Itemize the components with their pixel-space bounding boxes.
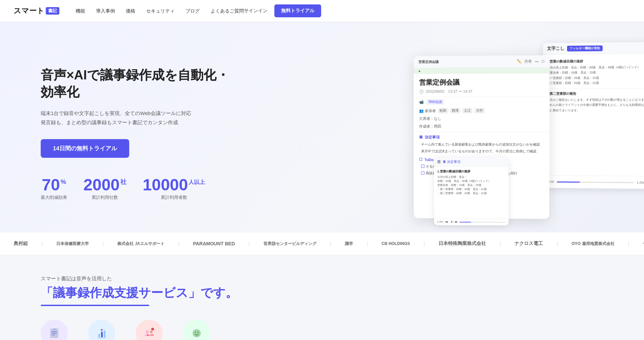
- transcript-divider: [547, 88, 644, 89]
- bottom-section: スマート書記は音声を活用した 「議事録作成支援サービス」です。: [0, 255, 644, 340]
- icon-circle-1: [41, 320, 68, 340]
- icon-circle-2: [88, 320, 115, 340]
- participants-row: 👥 参加者 松田 西澤 入江 大竹: [414, 107, 549, 115]
- logo-badge: 書記: [46, 7, 59, 15]
- meeting-type-badge: Web会議: [427, 99, 444, 105]
- svg-text:!: !: [152, 328, 153, 330]
- meeting-title: 営業定例会議: [414, 73, 549, 88]
- nav-blog[interactable]: ブログ: [186, 8, 200, 14]
- trial-button[interactable]: 無料トライアル: [274, 4, 321, 17]
- svg-rect-4: [98, 334, 100, 337]
- participant1: 松田: [438, 108, 448, 113]
- bottom-icon-3: !: [136, 320, 163, 340]
- company-sekai: 世界語センタービルディング: [264, 241, 316, 247]
- nav-links: 機能 導入事例 価格 セキュリティ ブログ よくあるご質問: [76, 8, 244, 14]
- absence-row: 欠席者：なし: [414, 115, 549, 122]
- stat-reduction: 70 % 最大削減効果: [41, 177, 67, 201]
- transcription-panel-header: 文字こし フィルター機能が有効: [543, 42, 644, 55]
- content2: 来月中でほぼ決まっているものがありますので、今月の受注に前倒しで確認: [414, 148, 549, 155]
- company-ja-el: 株式会社 JAエルサポート: [117, 241, 164, 247]
- hero-section: 音声×AIで議事録作成を自動化・効率化 端末1台で録音や文字起こしを実現、全ての…: [0, 22, 644, 232]
- mobile-menu-icon: ☰: [437, 159, 441, 164]
- stat3-number: 10000: [143, 177, 188, 193]
- meeting-type: 📹 Web会議: [414, 97, 549, 107]
- skip-fwd-icon[interactable]: ⏭: [455, 221, 458, 224]
- play-icon[interactable]: ⏸: [450, 220, 453, 223]
- mobile-card: ☰ ▣ 決定事項 1.営業の数値目標の進捗 今月の売上目標・見込： 目標：40億…: [434, 157, 509, 225]
- audio-progress-bar[interactable]: [557, 181, 634, 183]
- mobile-speed: 1.29×: [437, 220, 444, 223]
- mobile-progress[interactable]: [460, 222, 506, 223]
- header-right: サインイン 無料トライアル: [244, 4, 321, 17]
- company-okumura: 奥村組: [14, 241, 28, 247]
- company-nihon-hoken: 日本保健医療大学: [56, 241, 89, 247]
- company-paramount: PARAMOUNT BED: [193, 241, 235, 246]
- hero-title: 音声×AIで議事録作成を自動化・効率化: [41, 67, 231, 100]
- mobile-content-text: 今月の売上目標・見込： 目標：40億 見込：36億（4億ビハインド） 営業全体：…: [437, 175, 505, 195]
- audio-player: 00:00 1.25x ▶: [542, 175, 644, 189]
- chart-icon: [95, 326, 109, 340]
- logo-text: スマート: [14, 6, 44, 16]
- nav-security[interactable]: セキュリティ: [146, 8, 175, 14]
- stats-row: 70 % 最大削減効果 2000 社 累計利用社数 10000 人以上 累計利: [41, 177, 231, 201]
- companies-strip: 奥村組 | 日本保健医療大学 | 株式会社 JAエルサポート | PARAMOU…: [0, 232, 644, 255]
- edit-icon[interactable]: ✏️: [517, 59, 522, 63]
- main-nav: 機能 導入事例 価格 セキュリティ ブログ よくあるご質問: [76, 8, 244, 14]
- share-icon[interactable]: 共有: [525, 59, 532, 64]
- transcript-sec2: 2.第二営業部の報告: [547, 91, 644, 96]
- signin-link[interactable]: サインイン: [244, 8, 268, 14]
- logo[interactable]: スマート 書記: [14, 6, 59, 16]
- mobile-card-content: 1.営業の数値目標の進捗 今月の売上目標・見込： 目標：40億 見込：36億（4…: [434, 166, 508, 200]
- transcript-text1: 今月の売上目標・見込：目標：40億 見込：39億（4億ビハインド） 営業全体：目…: [547, 64, 644, 86]
- bottom-icon-1: [41, 320, 68, 340]
- svg-point-11: [193, 329, 201, 337]
- stat3-unit: 人以上: [189, 180, 205, 185]
- section-ketteijiko: ▣決定事項: [414, 132, 549, 141]
- expand-icon[interactable]: ⊡: [542, 59, 545, 63]
- svg-point-7: [145, 330, 149, 334]
- todo2-check: [421, 171, 425, 175]
- hero-cta-button[interactable]: 14日間の無料トライアル: [41, 139, 129, 158]
- meeting-card-header: 営業定例会議 ✏️ 共有 ••• ⊡: [414, 55, 549, 68]
- nav-cases[interactable]: 導入事例: [96, 8, 115, 14]
- todo1-check: [421, 165, 425, 168]
- mobile-card-header: ☰ ▣ 決定事項: [434, 157, 509, 167]
- transcription-panel: 文字こし フィルター機能が有効 1.営業の数値目標の進捗 今月の売上目標・見込：…: [542, 42, 644, 189]
- content1: チーム内で進んでいる新規顧客および既存顧客からの追加注文がないかを確認: [414, 141, 549, 148]
- stat2-number: 2000: [83, 177, 120, 193]
- more-icon[interactable]: •••: [535, 59, 539, 63]
- meeting-card-label: 営業定例会議: [418, 59, 439, 64]
- hero-subtitle: 端末1台で録音や文字起こしを実現、全てのWeb会議ツールに対応 発言録も、まとめ…: [41, 109, 231, 127]
- icon-circle-4: [183, 320, 210, 340]
- company-cb: CB HOLDINGS: [382, 241, 410, 246]
- participant4: 大竹: [474, 108, 485, 113]
- users-alert-icon: !: [142, 326, 157, 340]
- stat-users: 10000 人以上 累計利用者数: [143, 177, 205, 201]
- bottom-icon-2: [88, 320, 115, 340]
- transcription-content: 1.営業の数値目標の進捗 今月の売上目標・見込：目標：40億 見込：39億（4億…: [543, 54, 644, 116]
- company-oyo: OYO 雇用地質株式会社: [572, 241, 614, 247]
- bottom-headline: 「議事録作成支援サービス」です。: [41, 285, 603, 301]
- document-icon: [47, 326, 61, 340]
- nav-faq[interactable]: よくあるご質問: [211, 8, 244, 14]
- nav-features[interactable]: 機能: [76, 8, 85, 14]
- meeting-date: 🕐 2022/08/02 13:37 〜 14:37: [414, 88, 549, 97]
- company-nacross: ナクロス電工: [514, 241, 543, 247]
- stat1-unit: %: [61, 179, 66, 185]
- hero-left: 音声×AIで議事録作成を自動化・効率化 端末1台で録音や文字起こしを実現、全ての…: [41, 67, 231, 201]
- svg-rect-2: [52, 333, 57, 334]
- participant2: 西澤: [450, 108, 460, 113]
- filter-badge: フィルター機能が有効: [567, 45, 603, 51]
- bottom-headline-part2: です。: [200, 286, 238, 300]
- transcription-title: 文字こし: [547, 45, 564, 52]
- stat2-unit: 社: [120, 179, 126, 185]
- transcript-sec1: 1.営業の数値目標の進捗: [547, 58, 644, 64]
- skip-back-icon[interactable]: ⏮: [446, 220, 448, 223]
- nav-pricing[interactable]: 価格: [126, 8, 135, 14]
- bottom-icon-4: [183, 320, 210, 340]
- stat1-label: 最大削減効果: [41, 194, 67, 201]
- stat3-label: 累計利用者数: [161, 194, 187, 201]
- bottom-icons-row: !: [41, 320, 603, 340]
- headline-underline: [41, 305, 149, 306]
- smile-icon: [190, 326, 203, 340]
